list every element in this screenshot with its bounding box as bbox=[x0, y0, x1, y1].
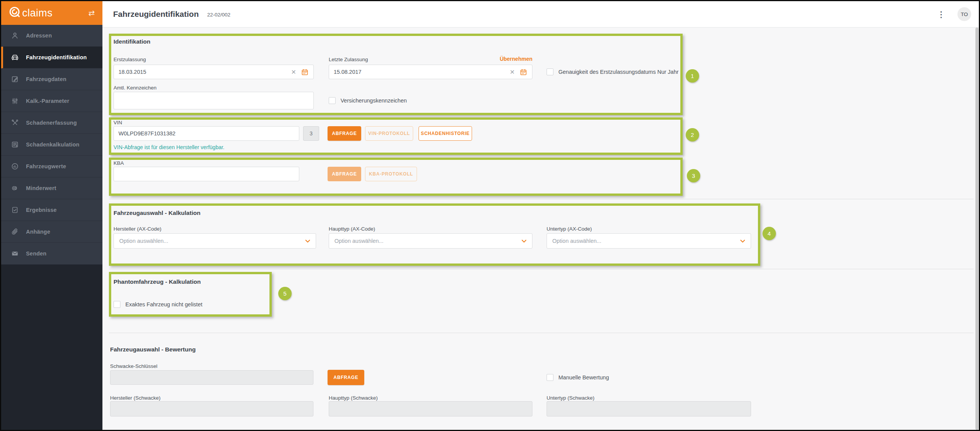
chevron-down-icon bbox=[740, 238, 745, 244]
versicherungskennzeichen-checkbox[interactable] bbox=[329, 97, 336, 104]
haupttyp-schwacke-label: Haupttyp (Schwacke) bbox=[329, 395, 378, 401]
vin-counter: 3 bbox=[303, 126, 319, 141]
haupttyp-ax-label: Haupttyp (AX-Code) bbox=[329, 226, 375, 232]
kba-protokoll-button[interactable]: KBA-PROTOKOLL bbox=[365, 167, 417, 181]
bewertung-title: Fahrzeugauswahl - Bewertung bbox=[110, 346, 196, 353]
manuelle-bewertung-checkbox-row: Manuelle Bewertung bbox=[547, 370, 669, 385]
phantom-checkbox-row: Exaktes Fahrzeug nicht gelistet bbox=[114, 301, 259, 308]
calendar-icon[interactable] bbox=[519, 68, 527, 76]
vin-protokoll-button[interactable]: VIN-PROTOKOLL bbox=[365, 126, 413, 141]
case-number: 22-02/002 bbox=[207, 12, 230, 18]
clear-icon[interactable]: ✕ bbox=[510, 68, 515, 76]
sidebar-item-anhaenge[interactable]: Anhänge bbox=[1, 221, 102, 243]
haupttyp-schwacke-input bbox=[329, 401, 532, 416]
envelope-icon bbox=[10, 249, 19, 258]
chart-circle-icon bbox=[10, 162, 19, 171]
kba-abfrage-button[interactable]: ABFRAGE bbox=[328, 167, 361, 181]
uebernehmen-link[interactable]: Übernehmen bbox=[329, 56, 532, 62]
doc-check-icon bbox=[10, 205, 19, 215]
phantom-title: Phantomfahrzeug - Kalkulation bbox=[114, 278, 201, 285]
avatar[interactable]: TO bbox=[957, 7, 971, 21]
coins-icon bbox=[10, 184, 19, 193]
logo-block: claims ⇄ bbox=[1, 1, 102, 25]
schwacke-schluessel-input bbox=[110, 370, 313, 385]
chevron-down-icon bbox=[521, 238, 527, 244]
vin-input[interactable]: W0LPD9E87F1031382 bbox=[114, 126, 299, 141]
step-badge-5: 5 bbox=[278, 287, 292, 300]
step-badge-2: 2 bbox=[686, 128, 699, 141]
bewertung-abfrage-button[interactable]: ABFRAGE bbox=[328, 370, 364, 385]
kba-label: KBA bbox=[114, 160, 124, 166]
calc-doc-icon bbox=[10, 140, 19, 149]
top-bar: Fahrzeugidentifikation 22-02/002 ⋮ TO bbox=[102, 1, 979, 28]
amtl-kennzeichen-input[interactable] bbox=[114, 92, 314, 109]
section-divider bbox=[109, 333, 974, 333]
sidebar-collapse-icon[interactable]: ⇄ bbox=[88, 8, 95, 18]
hersteller-schwacke-input bbox=[110, 401, 313, 416]
schadenhistorie-button[interactable]: SCHADENHISTORIE bbox=[419, 126, 472, 141]
untertyp-schwacke-input bbox=[547, 401, 751, 416]
step-badge-4: 4 bbox=[763, 227, 776, 240]
app-screen: claims ⇄ Adressen bbox=[1, 1, 979, 430]
tools-icon bbox=[10, 118, 19, 127]
sidebar-item-adressen[interactable]: Adressen bbox=[1, 25, 102, 47]
exaktes-fahrzeug-checkbox[interactable] bbox=[114, 301, 120, 308]
genauigkeit-checkbox[interactable] bbox=[547, 68, 553, 75]
calendar-icon[interactable] bbox=[301, 68, 309, 76]
manuelle-bewertung-checkbox[interactable] bbox=[547, 374, 553, 381]
sidebar-item-fahrzeugdaten[interactable]: Fahrzeugdaten bbox=[1, 68, 102, 90]
section-divider bbox=[109, 269, 974, 269]
genauigkeit-checkbox-row: Genauigkeit des Erstzulassungsdatums Nur… bbox=[547, 65, 726, 79]
vertical-scrollbar[interactable] bbox=[975, 28, 978, 430]
car-icon bbox=[10, 53, 19, 62]
haupttyp-ax-select[interactable]: Option auswählen... bbox=[329, 233, 532, 249]
kalkulation-title: Fahrzeugauswahl - Kalkulation bbox=[114, 210, 200, 216]
erstzulassung-input[interactable]: 18.03.2015 ✕ bbox=[114, 65, 314, 79]
kba-input[interactable] bbox=[114, 167, 299, 181]
edit-icon bbox=[10, 75, 19, 84]
chevron-down-icon bbox=[305, 238, 310, 244]
logo-text: claims bbox=[22, 7, 53, 19]
hersteller-ax-select[interactable]: Option auswählen... bbox=[114, 233, 316, 249]
identifikation-title: Identifikation bbox=[114, 38, 150, 45]
sidebar-item-senden[interactable]: Senden bbox=[1, 243, 102, 265]
erstzulassung-label: Erstzulassung bbox=[114, 57, 146, 62]
schwacke-schluessel-label: Schwacke-Schlüssel bbox=[110, 363, 157, 369]
sidebar-item-minderwert[interactable]: Minderwert bbox=[1, 177, 102, 199]
letzte-zulassung-input[interactable]: 15.08.2017 ✕ bbox=[329, 65, 532, 79]
untertyp-ax-select[interactable]: Option auswählen... bbox=[547, 233, 751, 249]
hersteller-ax-label: Hersteller (AX-Code) bbox=[114, 226, 161, 232]
clear-icon[interactable]: ✕ bbox=[291, 68, 296, 76]
amtl-kennzeichen-label: Amtl. Kennzeichen bbox=[114, 85, 157, 91]
sidebar: claims ⇄ Adressen bbox=[1, 1, 102, 430]
claims-logo-icon bbox=[8, 5, 22, 21]
untertyp-ax-label: Untertyp (AX-Code) bbox=[547, 226, 592, 232]
sidebar-item-kalk-parameter[interactable]: Kalk.-Parameter bbox=[1, 90, 102, 112]
untertyp-schwacke-label: Untertyp (Schwacke) bbox=[547, 395, 594, 401]
versicherungskennzeichen-checkbox-row: Versicherungskennzeichen bbox=[329, 92, 482, 109]
vin-label: VIN bbox=[114, 120, 122, 125]
sliders-icon bbox=[10, 96, 19, 106]
kebab-menu-icon[interactable]: ⋮ bbox=[933, 8, 949, 21]
page-title: Fahrzeugidentifikation bbox=[113, 10, 199, 19]
sidebar-item-fahrzeugidentifikation[interactable]: Fahrzeugidentifikation bbox=[1, 47, 102, 68]
user-icon bbox=[10, 31, 19, 40]
paperclip-icon bbox=[10, 227, 19, 236]
vin-abfrage-button[interactable]: ABFRAGE bbox=[328, 126, 361, 141]
sidebar-item-schadenkalkulation[interactable]: Schadenkalkulation bbox=[1, 134, 102, 156]
section-divider bbox=[109, 199, 974, 199]
sidebar-nav: Adressen Fahrzeugidentifikation bbox=[1, 25, 102, 265]
sidebar-item-fahrzeugwerte[interactable]: Fahrzeugwerte bbox=[1, 156, 102, 177]
sidebar-item-ergebnisse[interactable]: Ergebnisse bbox=[1, 199, 102, 221]
hersteller-schwacke-label: Hersteller (Schwacke) bbox=[110, 395, 161, 401]
vin-message: VIN-Abfrage ist für diesen Hersteller ve… bbox=[114, 144, 224, 150]
step-badge-3: 3 bbox=[687, 169, 700, 182]
sidebar-item-schadenerfassung[interactable]: Schadenerfassung bbox=[1, 112, 102, 134]
